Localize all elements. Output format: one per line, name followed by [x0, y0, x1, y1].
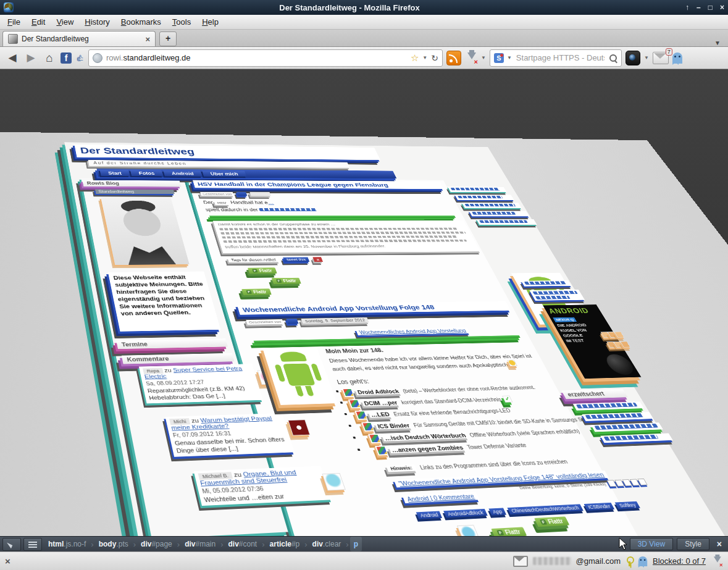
- tab-close-icon[interactable]: ×: [145, 35, 150, 44]
- download-icon[interactable]: ×: [465, 52, 477, 64]
- addthis-button[interactable]: a: [312, 257, 323, 262]
- flattr-button[interactable]: FFlattr: [241, 288, 272, 295]
- thumbs-up-icon[interactable]: 👍︎: [75, 52, 85, 63]
- article2-meta-label: Geschrieben von: [246, 319, 284, 325]
- tab-overflow-icon[interactable]: ▼: [709, 40, 726, 46]
- sidebar-robot-caption-link[interactable]: [521, 280, 571, 287]
- article1-author-chip[interactable]: [236, 192, 247, 196]
- article2-author-chip[interactable]: [287, 319, 299, 324]
- flattr-button[interactable]: FFlattr: [534, 516, 569, 527]
- sidebar-link-row[interactable]: [462, 203, 522, 208]
- site-title[interactable]: Der Standardleitweg: [74, 145, 380, 160]
- download-caret-icon[interactable]: ▼: [481, 55, 486, 61]
- nav-start[interactable]: Start: [100, 170, 130, 176]
- nav-android[interactable]: Android: [163, 170, 202, 177]
- breadcrumb-div-main[interactable]: div#main: [181, 537, 219, 551]
- gmail-notifier-icon[interactable]: 7: [653, 52, 669, 64]
- page-3d-plane[interactable]: Der Standardleitweg Auf der Straße durch…: [64, 142, 728, 536]
- app-name[interactable]: …isch Deutsch Wörterbuch: [382, 432, 469, 442]
- devtools-close-icon[interactable]: ×: [713, 539, 726, 549]
- back-button[interactable]: ◀: [5, 51, 20, 64]
- app-name[interactable]: Droid Adblock: [355, 388, 401, 395]
- tag-chip[interactable]: Softkey: [615, 501, 640, 509]
- article1-title[interactable]: HSV Handball in der Champions League geg…: [193, 180, 444, 189]
- breadcrumb-div-page[interactable]: div#page: [137, 537, 176, 551]
- search-magnifier-icon[interactable]: [609, 54, 617, 62]
- url-prefix: rowi.: [106, 53, 123, 62]
- home-button[interactable]: ⌂: [42, 51, 57, 65]
- sidebar-link-row[interactable]: [454, 195, 514, 200]
- nav-ueber-mich[interactable]: Über mich: [202, 170, 246, 177]
- tag-chip[interactable]: Android: [416, 511, 443, 519]
- markup-panel-button[interactable]: [23, 538, 42, 551]
- flattr-button[interactable]: FFlattr: [491, 527, 527, 536]
- breadcrumb-div-clear[interactable]: div.clear: [309, 537, 345, 551]
- tilt-3d-viewport[interactable]: Der Standardleitweg Auf der Straße durch…: [0, 69, 728, 536]
- facebook-icon[interactable]: f: [61, 52, 72, 64]
- tag-chip[interactable]: App: [488, 508, 506, 515]
- addon-caret-icon[interactable]: ▼: [644, 55, 649, 61]
- reload-icon[interactable]: ↻: [431, 53, 438, 63]
- menu-edit[interactable]: Edit: [27, 16, 50, 28]
- hsv-chip[interactable]: HSV: [214, 201, 230, 205]
- sidebar-link-row[interactable]: [448, 187, 507, 192]
- search-input[interactable]: [515, 52, 606, 63]
- widget-rowis-blog-link[interactable]: Standardleitweg: [95, 189, 175, 194]
- inspect-element-button[interactable]: [2, 538, 21, 551]
- tweet-this-button[interactable]: tweet this: [283, 257, 309, 262]
- tab-der-standardleitweg[interactable]: Der Standardleitweg ×: [2, 31, 156, 46]
- menu-help[interactable]: Help: [197, 16, 224, 28]
- download-status-icon[interactable]: ×: [712, 556, 722, 566]
- app-name[interactable]: ICS Binder: [375, 422, 412, 430]
- menu-view[interactable]: View: [51, 16, 78, 28]
- app-name[interactable]: DCIM …per: [361, 400, 400, 406]
- menu-history[interactable]: History: [80, 16, 114, 28]
- breadcrumb-p-active[interactable]: p: [350, 537, 362, 551]
- sidebar-link-row[interactable]: [476, 219, 537, 225]
- menu-tools[interactable]: Tools: [167, 16, 196, 28]
- breadcrumb-body[interactable]: body.pts: [95, 537, 132, 551]
- article1-lead-line1: Der HSV Handball hat e…: [203, 200, 274, 205]
- flattr-button[interactable]: FFlattr: [248, 267, 277, 274]
- gmail-envelope-icon[interactable]: [513, 556, 528, 567]
- url-text[interactable]: rowi.standardleitweg.de: [106, 53, 407, 62]
- ghostery-blocked-count[interactable]: Blocked: 0 of 7: [653, 556, 706, 566]
- bookmark-star-icon[interactable]: ☆: [411, 52, 419, 64]
- bookmark-caret-icon[interactable]: ▼: [422, 55, 427, 61]
- sidebar-link-row[interactable]: [469, 211, 529, 216]
- window-minimize-button[interactable]: –: [697, 3, 701, 12]
- nav-fotos[interactable]: Fotos: [130, 170, 163, 176]
- rss-icon[interactable]: [446, 51, 461, 65]
- app-name[interactable]: …LED: [368, 411, 392, 418]
- breadcrumb-article[interactable]: article#p: [266, 537, 304, 551]
- ghostery-icon[interactable]: [672, 52, 682, 64]
- url-bar[interactable]: rowi.standardleitweg.de ☆ ▼ ↻: [88, 49, 443, 67]
- article1-lead-line2: spielt dadurch in der: [205, 207, 318, 212]
- site-identity-globe-icon[interactable]: [93, 53, 103, 63]
- ghostery-status-icon[interactable]: [638, 556, 647, 566]
- addon-bar-close-icon[interactable]: ×: [5, 556, 10, 566]
- new-tab-button[interactable]: +: [159, 31, 177, 46]
- screenshot-addon-icon[interactable]: [625, 51, 640, 65]
- app-name[interactable]: …anzen gegen Zombies: [388, 444, 466, 453]
- window-close-button[interactable]: ×: [720, 3, 724, 12]
- menu-bookmarks[interactable]: Bookmarks: [116, 16, 166, 28]
- breadcrumb-div-cont[interactable]: div#cont: [225, 537, 261, 551]
- tab-label: Der Standardleitweg: [22, 35, 141, 43]
- window-pin-button[interactable]: ↑: [685, 3, 689, 12]
- sidebar-link-box[interactable]: [529, 290, 585, 301]
- devtools-3d-view-button[interactable]: 3D View: [630, 538, 673, 550]
- article1-inline-link2[interactable]: [259, 208, 317, 211]
- url-domain: standardleitweg.de: [123, 53, 190, 62]
- search-box[interactable]: ▼: [490, 49, 622, 67]
- menu-file[interactable]: File: [2, 16, 25, 28]
- window-maximize-button[interactable]: □: [708, 3, 713, 12]
- search-engine-caret-icon[interactable]: ▼: [507, 55, 512, 61]
- tag-chip[interactable]: ICSBinder: [584, 503, 614, 511]
- breadcrumb-html[interactable]: html.js.no-f: [44, 537, 90, 551]
- devtools-style-button[interactable]: Style: [677, 538, 709, 550]
- flattr-button[interactable]: FFlattr: [272, 278, 301, 284]
- forward-button[interactable]: ▶: [23, 51, 38, 64]
- key-icon[interactable]: [625, 556, 633, 566]
- startpage-search-engine-icon[interactable]: [494, 53, 504, 63]
